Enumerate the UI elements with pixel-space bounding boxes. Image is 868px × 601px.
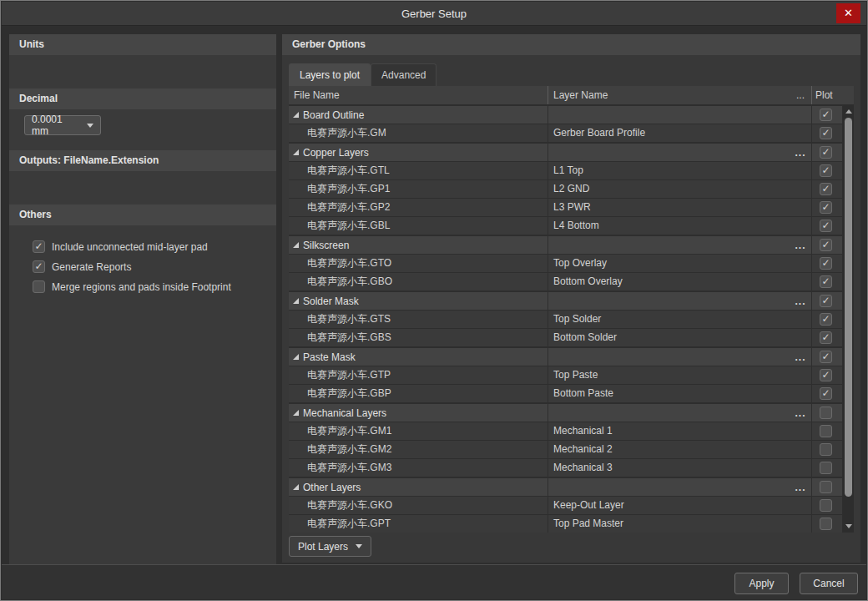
plot-checkbox[interactable]: [820, 387, 832, 400]
plot-checkbox[interactable]: [820, 127, 832, 139]
checkbox-merge-regions[interactable]: Merge regions and pads inside Footprint: [33, 280, 231, 293]
file-name-cell: Paste Mask: [303, 351, 356, 363]
table-row[interactable]: 电赛声源小车.GKO Keep-Out Layer: [289, 497, 842, 514]
plot-checkbox[interactable]: [820, 351, 832, 363]
group-ellipsis: ...: [790, 482, 811, 493]
chevron-down-icon: [356, 544, 362, 548]
plot-checkbox[interactable]: [820, 295, 832, 307]
layer-name-cell: Top Overlay: [548, 255, 790, 272]
table-row[interactable]: Board Outline: [289, 106, 842, 124]
expand-triangle-icon[interactable]: [293, 484, 299, 490]
plot-checkbox[interactable]: [820, 183, 832, 195]
checkbox-label: Include unconnected mid-layer pad: [52, 241, 208, 253]
scroll-up-icon[interactable]: [843, 106, 854, 117]
plot-checkbox[interactable]: [820, 201, 832, 214]
column-header-ellipsis[interactable]: ...: [790, 86, 811, 104]
table-row[interactable]: 电赛声源小车.GM1 Mechanical 1: [289, 422, 842, 440]
table-row[interactable]: 电赛声源小车.GTP Top Paste: [289, 366, 842, 384]
plot-checkbox[interactable]: [820, 239, 832, 251]
close-button[interactable]: ✕: [836, 3, 860, 23]
checkbox-icon[interactable]: [33, 240, 45, 253]
plot-checkbox[interactable]: [820, 481, 832, 493]
plot-checkbox[interactable]: [820, 220, 832, 232]
file-name-cell: 电赛声源小车.GTO: [307, 256, 391, 270]
layer-name-cell: Mechanical 1: [548, 422, 790, 440]
table-row[interactable]: Copper Layers ...: [289, 144, 842, 161]
plot-checkbox[interactable]: [820, 331, 832, 344]
table-scrollbar[interactable]: [843, 105, 854, 533]
group-ellipsis: ...: [790, 295, 811, 307]
table-row[interactable]: Mechanical Layers ...: [289, 404, 842, 422]
column-header-layer-name[interactable]: Layer Name: [548, 86, 790, 104]
plot-checkbox[interactable]: [820, 369, 832, 381]
plot-checkbox[interactable]: [820, 443, 832, 456]
table-row[interactable]: 电赛声源小车.GPT Top Pad Master: [289, 515, 842, 533]
tab-layers-to-plot[interactable]: Layers to plot: [289, 63, 371, 86]
apply-button[interactable]: Apply: [734, 573, 789, 594]
layer-name-cell: Bottom Solder: [548, 329, 790, 346]
checkbox-icon[interactable]: [33, 280, 45, 293]
file-name-cell: Board Outline: [303, 109, 364, 121]
expand-triangle-icon[interactable]: [293, 149, 299, 155]
layer-name-cell: [548, 404, 790, 422]
column-header-file-name[interactable]: File Name: [289, 86, 548, 104]
plot-checkbox[interactable]: [820, 407, 832, 419]
layer-name-cell: [548, 292, 790, 310]
table-row[interactable]: 电赛声源小车.GBP Bottom Paste: [289, 385, 842, 402]
table-row[interactable]: 电赛声源小车.GP2 L3 PWR: [289, 199, 842, 216]
gerber-setup-dialog: Gerber Setup ✕ Units Inches Millimeters …: [0, 0, 868, 601]
decimal-dropdown[interactable]: 0.0001 mm: [24, 115, 101, 135]
plot-checkbox[interactable]: [820, 257, 832, 270]
checkbox-icon[interactable]: [33, 260, 45, 273]
table-row[interactable]: 电赛声源小车.GTO Top Overlay: [289, 255, 842, 272]
group-ellipsis: ...: [790, 240, 811, 251]
layer-name-cell: Gerber Board Profile: [548, 124, 790, 142]
layer-name-cell: Bottom Paste: [548, 385, 790, 402]
decimal-value: 0.0001 mm: [32, 114, 80, 137]
checkbox-generate-reports[interactable]: Generate Reports: [33, 260, 131, 273]
layer-name-cell: [548, 348, 790, 366]
cancel-button[interactable]: Cancel: [800, 573, 858, 594]
table-row[interactable]: 电赛声源小车.GP1 L2 GND: [289, 180, 842, 198]
scroll-down-icon[interactable]: [843, 521, 854, 532]
table-row[interactable]: 电赛声源小车.GTL L1 Top: [289, 162, 842, 179]
column-header-plot[interactable]: Plot: [811, 86, 840, 104]
checkbox-include-unconnected[interactable]: Include unconnected mid-layer pad: [33, 240, 208, 253]
expand-triangle-icon[interactable]: [293, 112, 299, 118]
table-row[interactable]: 电赛声源小车.GM3 Mechanical 3: [289, 459, 842, 477]
table-row[interactable]: 电赛声源小车.GBO Bottom Overlay: [289, 273, 842, 290]
plot-checkbox[interactable]: [820, 313, 832, 326]
table-row[interactable]: 电赛声源小车.GM Gerber Board Profile: [289, 124, 842, 142]
file-name-cell: 电赛声源小车.GM3: [307, 461, 391, 475]
table-row[interactable]: 电赛声源小车.GBL L4 Bottom: [289, 217, 842, 235]
layers-table: File Name Layer Name ... Plot Board Outl…: [289, 86, 854, 533]
table-row[interactable]: Paste Mask ...: [289, 348, 842, 366]
table-row[interactable]: 电赛声源小车.GBS Bottom Solder: [289, 329, 842, 346]
close-icon: ✕: [844, 7, 853, 19]
plot-checkbox[interactable]: [820, 462, 832, 474]
table-body: Board Outline 电赛声源小车.GM Gerber Board Pro…: [289, 105, 842, 533]
table-row[interactable]: Solder Mask ...: [289, 292, 842, 310]
plot-checkbox[interactable]: [820, 275, 832, 288]
plot-checkbox[interactable]: [820, 425, 832, 437]
expand-triangle-icon[interactable]: [293, 298, 299, 304]
file-name-cell: 电赛声源小车.GKO: [307, 498, 392, 513]
expand-triangle-icon[interactable]: [293, 410, 299, 416]
plot-checkbox[interactable]: [820, 146, 832, 159]
tab-advanced[interactable]: Advanced: [371, 63, 437, 86]
plot-checkbox[interactable]: [820, 164, 832, 177]
plot-checkbox[interactable]: [820, 499, 832, 512]
scrollbar-thumb[interactable]: [845, 118, 852, 497]
layer-name-cell: Top Pad Master: [548, 515, 790, 533]
table-row[interactable]: Other Layers ...: [289, 478, 842, 496]
table-row[interactable]: 电赛声源小车.GTS Top Solder: [289, 311, 842, 328]
table-row[interactable]: 电赛声源小车.GM2 Mechanical 2: [289, 441, 842, 458]
expand-triangle-icon[interactable]: [293, 354, 299, 360]
file-name-cell: 电赛声源小车.GTL: [307, 164, 390, 178]
plot-checkbox[interactable]: [820, 109, 832, 121]
plot-layers-button[interactable]: Plot Layers: [289, 536, 371, 557]
plot-checkbox[interactable]: [820, 518, 832, 530]
expand-triangle-icon[interactable]: [293, 242, 299, 248]
file-name-cell: 电赛声源小车.GM: [307, 126, 386, 140]
table-row[interactable]: Silkscreen ...: [289, 236, 842, 254]
